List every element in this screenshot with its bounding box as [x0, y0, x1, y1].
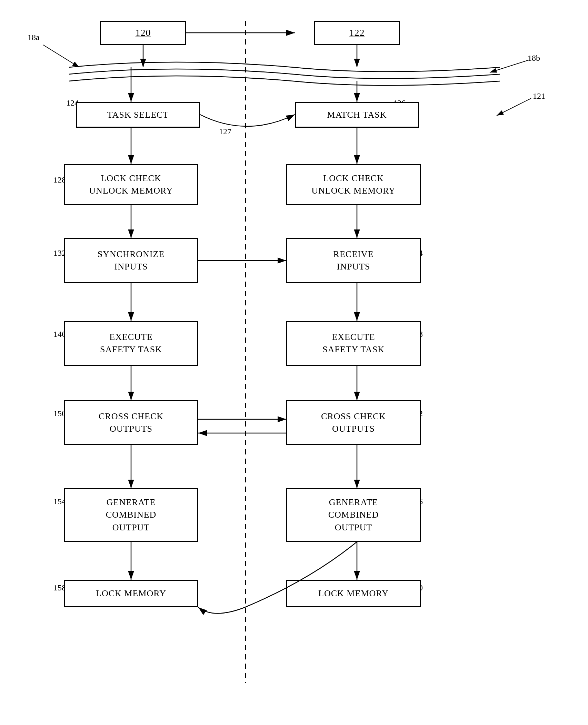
svg-line-25	[497, 98, 531, 116]
diagram-svg	[0, 0, 588, 725]
svg-line-23	[43, 45, 79, 67]
diagram-container: 18a 18b 121 120 122 124 126 127 TASK SEL…	[0, 0, 588, 725]
svg-line-24	[490, 60, 528, 72]
